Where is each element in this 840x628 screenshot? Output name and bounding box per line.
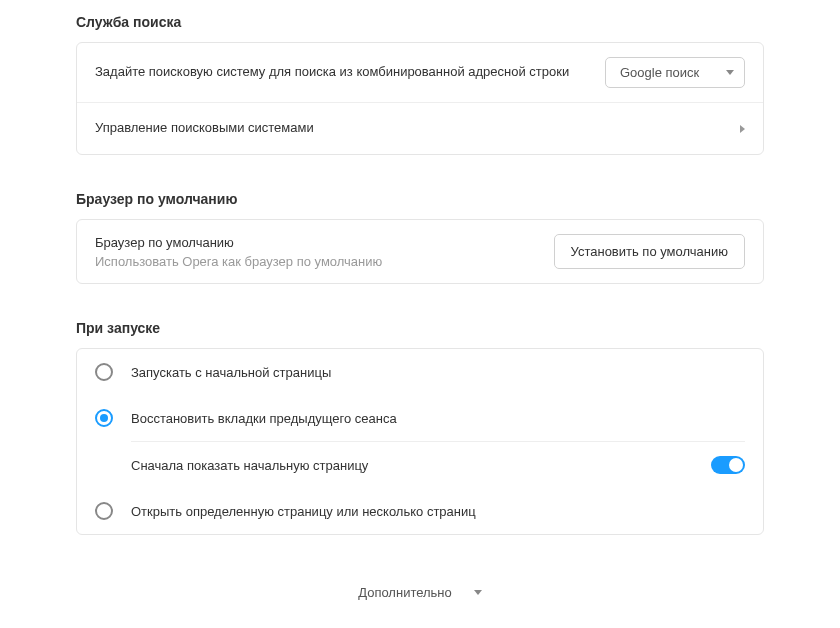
search-engine-select[interactable]: Google поиск [605,57,745,88]
startup-option-start-page[interactable]: Запускать с начальной страницы [77,349,763,395]
section-title-startup: При запуске [76,320,764,336]
manage-search-engines-row[interactable]: Управление поисковыми системами [77,102,763,154]
search-card: Задайте поисковую систему для поиска из … [76,42,764,155]
set-default-button[interactable]: Установить по умолчанию [554,234,745,269]
caret-down-icon [726,70,734,75]
startup-opt2-label: Восстановить вкладки предыдущего сеанса [131,411,397,426]
radio-icon [95,363,113,381]
startup-card: Запускать с начальной страницы Восстанов… [76,348,764,535]
radio-icon [95,502,113,520]
startup-show-startpage-first-row: Сначала показать начальную страницу [131,441,745,488]
caret-down-icon [474,590,482,595]
chevron-right-icon [740,125,745,133]
startup-show-startpage-toggle[interactable] [711,456,745,474]
search-engine-desc: Задайте поисковую систему для поиска из … [95,63,605,81]
radio-dot-icon [100,414,108,422]
startup-opt2-sub-label: Сначала показать начальную страницу [131,458,368,473]
startup-opt1-label: Запускать с начальной страницы [131,365,331,380]
default-browser-row: Браузер по умолчанию Использовать Opera … [77,220,763,283]
startup-option-specific-pages[interactable]: Открыть определенную страницу или нескол… [77,488,763,534]
radio-icon-checked [95,409,113,427]
manage-search-engines-label: Управление поисковыми системами [95,119,740,137]
toggle-knob-icon [729,458,743,472]
advanced-toggle[interactable]: Дополнительно [76,585,764,600]
advanced-label: Дополнительно [358,585,452,600]
search-engine-row: Задайте поисковую систему для поиска из … [77,43,763,102]
default-browser-card: Браузер по умолчанию Использовать Opera … [76,219,764,284]
section-title-search: Служба поиска [76,14,764,30]
startup-opt3-label: Открыть определенную страницу или нескол… [131,504,476,519]
default-browser-label: Браузер по умолчанию [95,234,382,252]
default-browser-sub: Использовать Opera как браузер по умолча… [95,254,382,269]
section-title-default-browser: Браузер по умолчанию [76,191,764,207]
startup-option-restore-tabs[interactable]: Восстановить вкладки предыдущего сеанса [77,395,763,441]
search-engine-selected: Google поиск [620,65,699,80]
